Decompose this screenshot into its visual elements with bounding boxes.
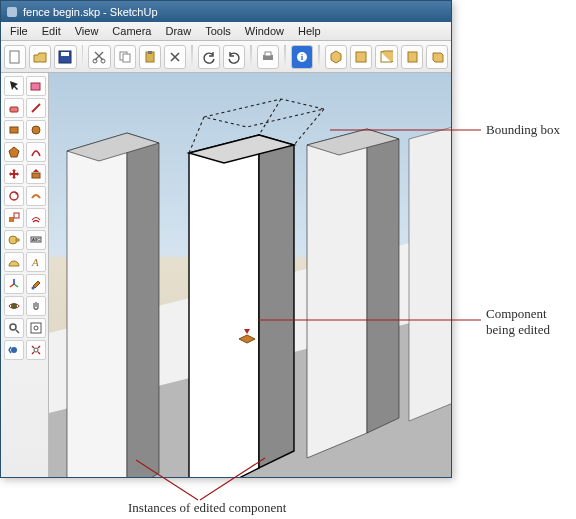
rectangle-tool[interactable]	[4, 120, 24, 140]
svg-point-35	[11, 347, 17, 353]
post-instance-2	[307, 129, 399, 458]
svg-rect-17	[10, 107, 18, 112]
post-instance-1	[67, 133, 159, 477]
menu-camera[interactable]: Camera	[105, 23, 158, 39]
svg-marker-41	[259, 135, 294, 468]
svg-point-36	[34, 348, 38, 352]
svg-marker-40	[189, 135, 259, 477]
previous-view-tool[interactable]	[4, 340, 24, 360]
model-posts	[49, 73, 451, 477]
title-bar[interactable]: fence begin.skp - SketchUp	[1, 1, 451, 22]
pan-tool[interactable]	[26, 296, 46, 316]
svg-marker-38	[127, 133, 159, 477]
zoom-tool[interactable]	[4, 318, 24, 338]
svg-line-48	[259, 99, 281, 135]
svg-rect-13	[356, 52, 366, 62]
svg-marker-46	[409, 127, 451, 421]
orbit-tool[interactable]	[4, 296, 24, 316]
top-view-button[interactable]	[350, 45, 372, 69]
annotation-component-edited: Component being edited	[486, 306, 550, 339]
svg-rect-22	[9, 217, 14, 222]
svg-point-29	[32, 287, 35, 290]
menu-help[interactable]: Help	[291, 23, 328, 39]
menu-file[interactable]: File	[3, 23, 35, 39]
tape-tool[interactable]	[4, 230, 24, 250]
left-toolbox: ABC A	[1, 73, 49, 477]
open-file-button[interactable]	[29, 45, 51, 69]
svg-point-32	[10, 324, 16, 330]
annotation-bounding-box: Bounding box	[486, 122, 560, 138]
text-tool[interactable]: A	[26, 252, 46, 272]
zoom-window-tool[interactable]	[26, 318, 46, 338]
new-file-button[interactable]	[4, 45, 26, 69]
redo-button[interactable]	[223, 45, 245, 69]
svg-point-19	[32, 126, 40, 134]
svg-marker-44	[367, 129, 399, 433]
eraser-tool[interactable]	[4, 98, 24, 118]
offset-tool[interactable]	[26, 208, 46, 228]
svg-marker-43	[307, 129, 367, 458]
circle-tool[interactable]	[26, 120, 46, 140]
select-tool[interactable]	[4, 76, 24, 96]
protractor-tool[interactable]	[4, 252, 24, 272]
svg-line-49	[294, 109, 324, 145]
move-tool[interactable]	[4, 164, 24, 184]
viewport[interactable]	[49, 73, 451, 477]
menu-view[interactable]: View	[68, 23, 106, 39]
undo-button[interactable]	[198, 45, 220, 69]
svg-rect-0	[10, 51, 19, 63]
top-toolbar: i	[1, 41, 451, 73]
arc-tool[interactable]	[26, 142, 46, 162]
menu-bar: File Edit View Camera Draw Tools Window …	[1, 22, 451, 41]
svg-marker-37	[67, 133, 127, 477]
svg-point-34	[34, 326, 38, 330]
front-view-button[interactable]	[375, 45, 397, 69]
pushpull-tool[interactable]	[26, 164, 46, 184]
svg-line-47	[189, 117, 204, 153]
rotate-tool[interactable]	[4, 186, 24, 206]
svg-text:ABC: ABC	[32, 237, 40, 242]
svg-rect-33	[31, 323, 41, 333]
copy-button[interactable]	[114, 45, 136, 69]
make-component-tool[interactable]	[26, 76, 46, 96]
menu-window[interactable]: Window	[238, 23, 291, 39]
axes-tool[interactable]	[4, 274, 24, 294]
window-title: fence begin.skp - SketchUp	[23, 6, 158, 18]
right-view-button[interactable]	[401, 45, 423, 69]
line-tool[interactable]	[26, 98, 46, 118]
svg-rect-2	[61, 52, 69, 56]
workspace: ABC A	[1, 73, 451, 477]
followme-tool[interactable]	[26, 186, 46, 206]
svg-rect-25	[16, 239, 19, 241]
print-button[interactable]	[257, 45, 279, 69]
svg-rect-8	[148, 51, 152, 54]
cut-button[interactable]	[88, 45, 110, 69]
model-info-button[interactable]: i	[291, 45, 313, 69]
zoom-extents-tool[interactable]	[26, 340, 46, 360]
back-view-button[interactable]	[426, 45, 448, 69]
annotation-instances: Instances of edited component	[128, 500, 286, 516]
svg-rect-20	[32, 173, 40, 178]
save-button[interactable]	[54, 45, 76, 69]
svg-rect-15	[408, 52, 417, 62]
menu-draw[interactable]: Draw	[158, 23, 198, 39]
post-active-component[interactable]	[189, 135, 294, 477]
svg-text:A: A	[31, 256, 39, 268]
menu-tools[interactable]: Tools	[198, 23, 238, 39]
app-window: fence begin.skp - SketchUp File Edit Vie…	[0, 0, 452, 478]
svg-rect-18	[10, 127, 18, 133]
paste-button[interactable]	[139, 45, 161, 69]
delete-button[interactable]	[164, 45, 186, 69]
svg-rect-16	[31, 83, 40, 90]
svg-rect-10	[265, 52, 271, 56]
scale-tool[interactable]	[4, 208, 24, 228]
svg-rect-23	[14, 213, 19, 218]
dimension-tool[interactable]: ABC	[26, 230, 46, 250]
post-instance-3	[409, 127, 451, 421]
svg-rect-6	[123, 54, 130, 62]
menu-edit[interactable]: Edit	[35, 23, 68, 39]
app-icon	[7, 7, 17, 17]
iso-view-button[interactable]	[325, 45, 347, 69]
polygon-tool[interactable]	[4, 142, 24, 162]
paint-tool[interactable]	[26, 274, 46, 294]
